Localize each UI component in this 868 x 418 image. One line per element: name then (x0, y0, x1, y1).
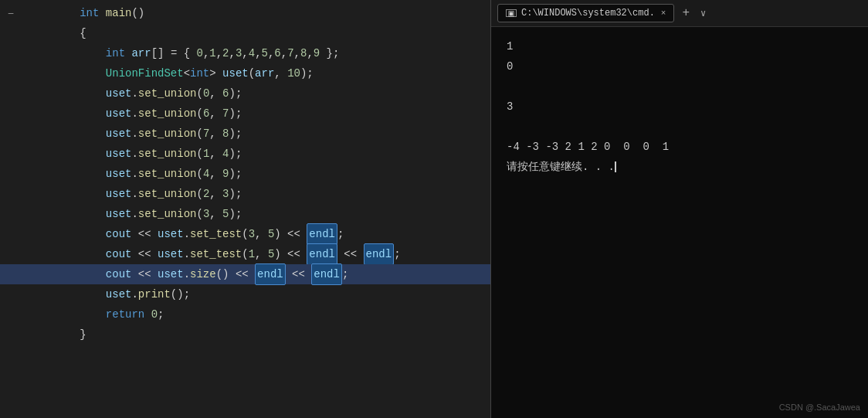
endl-box-3: endl (364, 243, 395, 265)
terminal-tab-label: C:\WINDOWS\system32\cmd. (521, 8, 655, 19)
endl-box-4: endl (255, 263, 286, 285)
terminal-output-blank-2 (507, 117, 853, 137)
code-body: — int main() { int arr[] = { 0,1,2,3,4,5… (0, 0, 490, 348)
endl-box-5: endl (311, 263, 342, 285)
gutter-1: — (0, 3, 22, 23)
terminal-tabs: ▣ C:\WINDOWS\system32\cmd. × + ∨ (491, 0, 868, 27)
terminal-output-2: 0 (507, 56, 853, 76)
collapse-icon[interactable]: — (8, 3, 14, 23)
tab-add-button[interactable]: + (677, 6, 694, 20)
space (99, 7, 105, 19)
terminal-panel: ▣ C:\WINDOWS\system32\cmd. × + ∨ 1 0 3 -… (490, 0, 868, 418)
terminal-output-1: 1 (507, 36, 853, 56)
terminal-output-4: -4 -3 -3 2 1 2 0 0 0 1 (507, 137, 853, 157)
terminal-body: 1 0 3 -4 -3 -3 2 1 2 0 0 0 1 请按任意键继续. . … (491, 27, 868, 418)
punct-parens: () (131, 7, 144, 19)
code-panel: — int main() { int arr[] = { 0,1,2,3,4,5… (0, 0, 490, 418)
terminal-output-blank-1 (507, 76, 853, 97)
terminal-tab-cmd[interactable]: ▣ C:\WINDOWS\system32\cmd. × (497, 4, 674, 22)
tab-chevron-button[interactable]: ∨ (697, 8, 709, 19)
terminal-cursor (615, 161, 616, 172)
terminal-tab-icon: ▣ (506, 9, 517, 17)
fn-main: main (106, 7, 132, 19)
terminal-output-5: 请按任意键继续. . . (507, 157, 853, 177)
terminal-tab-close[interactable]: × (661, 8, 666, 18)
watermark: CSDN @.SacaJawea (779, 403, 860, 412)
terminal-output-3: 3 (507, 97, 853, 117)
line-17: } (0, 325, 490, 345)
watermark-text: CSDN @.SacaJawea (779, 403, 860, 412)
line-content-17: } (22, 304, 86, 365)
